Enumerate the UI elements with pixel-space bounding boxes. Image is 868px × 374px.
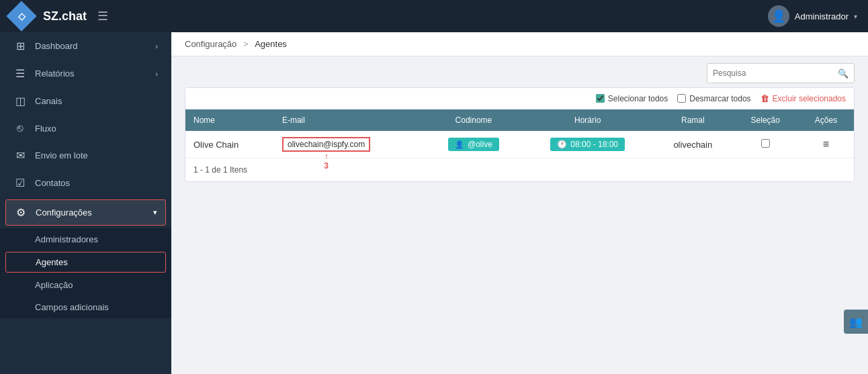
- search-icon: 🔍: [838, 68, 849, 79]
- clock-icon: 🕐: [557, 140, 567, 149]
- sidebar-item-relatorios[interactable]: ☰ Relatórios ›: [0, 60, 171, 87]
- breadcrumb-parent: Configuração: [185, 39, 236, 49]
- sidebar-sub-aplicacao[interactable]: Aplicação: [0, 274, 171, 296]
- sidebar: ⊞ Dashboard › ☰ Relatórios › ◫ Canais ⎋ …: [0, 32, 171, 374]
- chevron-right-icon: ›: [155, 42, 158, 50]
- select-all-label[interactable]: Selecionar todos: [596, 94, 668, 103]
- top-actions: 🔍: [171, 56, 868, 87]
- sidebar-sub-administradores[interactable]: Administradores: [0, 228, 171, 250]
- pagination: 1 - 1 de 1 Itens: [185, 158, 854, 181]
- contatos-icon: ☑: [13, 177, 27, 189]
- deselect-all-text: Desmarcar todos: [689, 94, 750, 103]
- cell-email: olivechain@ispfy.com ↑3: [274, 131, 425, 158]
- sidebar-sub-campos[interactable]: Campos adicionais: [0, 296, 171, 318]
- deselect-all-label[interactable]: Desmarcar todos: [677, 94, 750, 103]
- trash-icon: 🗑: [761, 93, 769, 103]
- config-icon: ⚙: [14, 206, 28, 219]
- cell-codinome: 👤 @olive: [425, 131, 523, 158]
- email-value: olivechain@ispfy.com: [282, 137, 370, 152]
- logo-icon: ◇: [18, 11, 26, 21]
- envio-icon: ✉: [13, 149, 27, 162]
- content-area: Configuração > Agentes 🔍 Selecionar todo…: [171, 32, 868, 374]
- brand-name: SZ.chat: [43, 9, 87, 24]
- col-codinome: Codinome: [425, 109, 523, 131]
- table-container: Selecionar todos Desmarcar todos 🗑 Exclu…: [185, 87, 855, 182]
- search-box[interactable]: 🔍: [707, 63, 855, 83]
- canais-icon: ◫: [13, 95, 27, 107]
- table-row: Olive Chain olivechain@ispfy.com ↑3: [185, 131, 854, 158]
- sidebar-sub-menu: Administradores Agentes ← 2 Aplicação Ca…: [0, 228, 171, 318]
- horario-badge: 🕐 08:00 - 18:00: [550, 138, 625, 151]
- cell-nome: Olive Chain: [185, 131, 274, 158]
- fluxo-icon: ⎋: [13, 122, 27, 134]
- fab-button[interactable]: 👥: [844, 310, 868, 334]
- select-all-text: Selecionar todos: [608, 94, 668, 103]
- admin-name: Administrador: [795, 11, 849, 21]
- col-horario: Horário: [522, 109, 653, 131]
- topnav-right: 👤 Administrador ▾: [768, 5, 857, 27]
- col-email: E-mail: [274, 109, 425, 131]
- sub-label-campos: Campos adicionais: [35, 302, 109, 312]
- sidebar-item-dashboard[interactable]: ⊞ Dashboard ›: [0, 32, 171, 60]
- sidebar-label-canais: Canais: [35, 96, 62, 106]
- sidebar-item-contatos[interactable]: ☑ Contatos: [0, 169, 171, 197]
- sub-label-aplicacao: Aplicação: [35, 280, 73, 290]
- email-cell-wrapper: olivechain@ispfy.com ↑3: [282, 137, 370, 152]
- sidebar-label-envio: Envio em lote: [35, 150, 88, 160]
- sidebar-label-relatorios: Relatórios: [35, 68, 75, 79]
- agentes-wrapper: Agentes ← 2: [0, 252, 171, 273]
- sidebar-item-configuracoes[interactable]: ⚙ Configurações ▾: [5, 199, 166, 226]
- avatar: 👤: [768, 5, 789, 27]
- relatorios-icon: ☰: [13, 67, 27, 80]
- sub-label-administradores: Administradores: [35, 234, 98, 244]
- breadcrumb-current: Agentes: [255, 39, 287, 49]
- sidebar-label-contatos: Contatos: [35, 178, 70, 188]
- row-checkbox[interactable]: [761, 139, 770, 148]
- hamburger-icon[interactable]: ☰: [97, 9, 108, 24]
- sidebar-item-canais[interactable]: ◫ Canais: [0, 87, 171, 115]
- cell-acoes: ≡: [798, 131, 854, 158]
- chevron-down-icon-config: ▾: [153, 208, 157, 217]
- deselect-all-checkbox[interactable]: [677, 94, 686, 103]
- horario-value: 08:00 - 18:00: [570, 140, 618, 149]
- col-selecao: Seleção: [733, 109, 798, 131]
- codinome-badge: 👤 @olive: [448, 138, 499, 151]
- sidebar-label-dashboard: Dashboard: [35, 41, 78, 51]
- breadcrumb: Configuração > Agentes: [171, 32, 868, 56]
- dashboard-icon: ⊞: [13, 40, 27, 52]
- top-nav: ◇ SZ.chat ☰ 👤 Administrador ▾: [0, 0, 868, 32]
- delete-selected-text: Excluir selecionados: [773, 94, 846, 103]
- cell-horario: 🕐 08:00 - 18:00: [522, 131, 653, 158]
- sidebar-item-fluxo[interactable]: ⎋ Fluxo: [0, 115, 171, 142]
- codinome-value: @olive: [468, 140, 492, 149]
- select-all-checkbox[interactable]: [596, 94, 605, 103]
- agents-table: Nome E-mail Codinome Horário Ramal Seleç…: [185, 109, 854, 158]
- cell-ramal: olivechain: [653, 131, 732, 158]
- actions-menu-icon[interactable]: ≡: [823, 138, 829, 150]
- col-acoes: Ações: [798, 109, 854, 131]
- logo-box: ◇: [6, 1, 36, 31]
- config-wrapper: ⚙ Configurações ▾ ← 1: [0, 197, 171, 228]
- user-icon: 👤: [455, 140, 464, 149]
- pagination-text: 1 - 1 de 1 Itens: [193, 165, 247, 175]
- fab-icon: 👥: [849, 316, 863, 328]
- table-controls: Selecionar todos Desmarcar todos 🗑 Exclu…: [185, 88, 854, 109]
- sidebar-label-configuracoes: Configurações: [36, 207, 92, 218]
- cell-selecao: [733, 131, 798, 158]
- sidebar-item-envio[interactable]: ✉ Envio em lote: [0, 142, 171, 169]
- breadcrumb-sep: >: [243, 39, 249, 49]
- main-layout: ⊞ Dashboard › ☰ Relatórios › ◫ Canais ⎋ …: [0, 32, 868, 374]
- chevron-down-icon[interactable]: ▾: [854, 13, 857, 20]
- sidebar-sub-agentes[interactable]: Agentes: [5, 252, 166, 273]
- col-ramal: Ramal: [653, 109, 732, 131]
- delete-selected-button[interactable]: 🗑 Excluir selecionados: [761, 93, 846, 103]
- table-header-row: Nome E-mail Codinome Horário Ramal Seleç…: [185, 109, 854, 131]
- search-input[interactable]: [713, 68, 838, 78]
- sub-label-agentes: Agentes: [36, 257, 68, 267]
- chevron-right-icon-2: ›: [155, 70, 158, 78]
- topnav-left: ◇ SZ.chat ☰: [11, 5, 108, 27]
- col-nome: Nome: [185, 109, 274, 131]
- sidebar-label-fluxo: Fluxo: [35, 124, 56, 134]
